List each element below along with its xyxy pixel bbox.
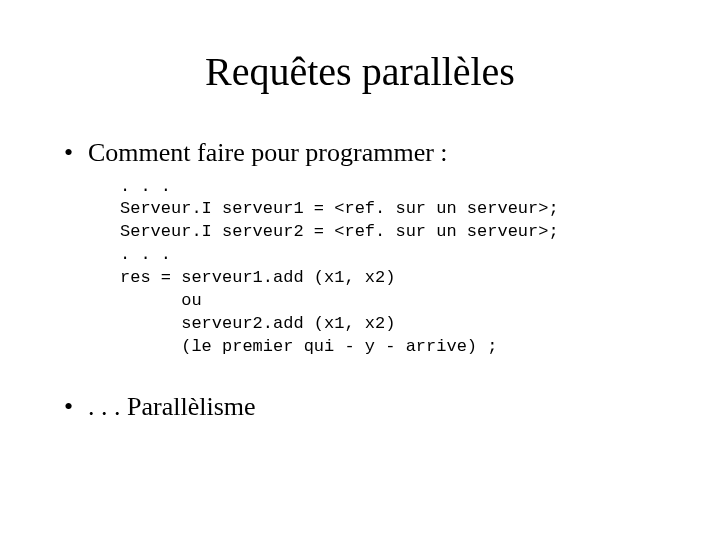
slide: Requêtes parallèles Comment faire pour p… (0, 0, 720, 540)
bullet-text-2: . . . Parallèlisme (88, 392, 256, 421)
code-line-3: Serveur.I serveur2 = <ref. sur un serveu… (120, 222, 559, 241)
bullet-list: Comment faire pour programmer : (60, 137, 660, 170)
slide-title: Requêtes parallèles (60, 48, 660, 95)
code-line-4: . . . (120, 245, 171, 264)
spacer (60, 373, 660, 391)
code-line-6: ou (120, 291, 202, 310)
code-line-5: res = serveur1.add (x1, x2) (120, 268, 395, 287)
code-block: . . . Serveur.I serveur1 = <ref. sur un … (120, 176, 660, 360)
bullet-item-2: . . . Parallèlisme (60, 391, 660, 424)
bullet-text-1: Comment faire pour programmer : (88, 138, 448, 167)
code-line-1: . . . (120, 177, 171, 196)
code-line-2: Serveur.I serveur1 = <ref. sur un serveu… (120, 199, 559, 218)
bullet-item-1: Comment faire pour programmer : (60, 137, 660, 170)
bullet-list-2: . . . Parallèlisme (60, 391, 660, 424)
code-line-8: (le premier qui - y - arrive) ; (120, 337, 497, 356)
code-line-7: serveur2.add (x1, x2) (120, 314, 395, 333)
